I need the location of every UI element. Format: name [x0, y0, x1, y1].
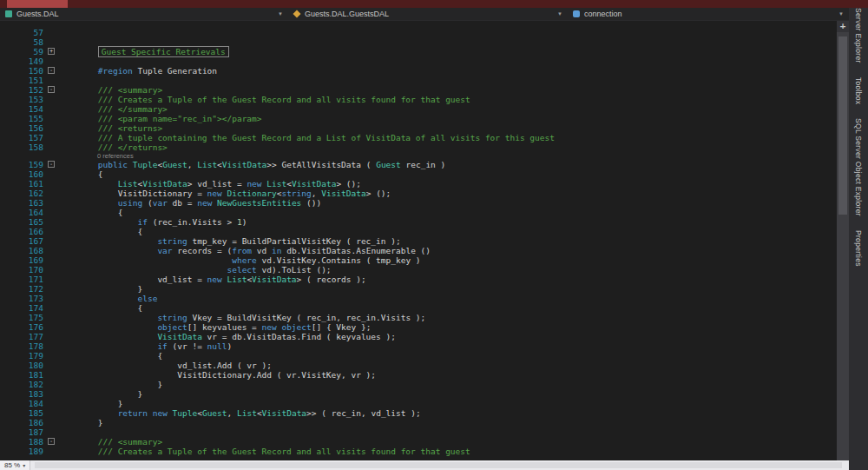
- line-number: 152: [0, 85, 46, 95]
- fold-marker[interactable]: -: [48, 86, 55, 93]
- code-text: VisitData vr = db.VisitDatas.Find ( keyv…: [58, 332, 396, 341]
- fold-spacer: [46, 303, 58, 313]
- hscrollbar-thumb[interactable]: [35, 462, 842, 468]
- code-line[interactable]: 165 if (rec_in.Visits > 1): [0, 217, 837, 227]
- code-text: Guest Specific Retrievals: [58, 47, 229, 56]
- code-line[interactable]: 173 else: [0, 294, 837, 303]
- code-line[interactable]: 177 VisitData vr = db.VisitDatas.Find ( …: [0, 332, 837, 341]
- code-line[interactable]: 154 /// </summary>: [0, 104, 837, 114]
- code-line[interactable]: 188- /// <summary>: [0, 437, 837, 447]
- code-line[interactable]: 169 where vd.VisitKey.Contains ( tmp_key…: [0, 255, 837, 265]
- tab-server-explorer[interactable]: Server Explorer: [854, 8, 863, 63]
- line-number: 158: [0, 142, 46, 152]
- member-dropdown-label: connection: [584, 10, 622, 18]
- code-line[interactable]: 151: [0, 76, 837, 85]
- code-line[interactable]: 187: [0, 427, 837, 437]
- project-dropdown[interactable]: Guests.DAL ▼: [0, 8, 288, 20]
- code-line[interactable]: 174 {: [0, 303, 837, 313]
- type-dropdown[interactable]: Guests.DAL.GuestsDAL ▼: [288, 8, 568, 20]
- tab-properties[interactable]: Properties: [854, 230, 863, 267]
- line-number: 155: [0, 114, 46, 123]
- line-number: 175: [0, 313, 46, 322]
- code-text: where vd.VisitKey.Contains ( tmp_key ): [58, 255, 421, 265]
- line-number: 170: [0, 265, 46, 275]
- code-line[interactable]: 179 {: [0, 351, 837, 361]
- codelens-references[interactable]: 0 references: [0, 152, 837, 160]
- code-line[interactable]: 153 /// Creates a Tuple of the Guest Rec…: [0, 95, 837, 104]
- code-line[interactable]: 150- #region Tuple Generation: [0, 66, 837, 76]
- fold-spacer: [46, 332, 58, 341]
- code-line[interactable]: 171 vd_list = new List<VisitData> ( reco…: [0, 275, 837, 284]
- code-line[interactable]: 164 {: [0, 208, 837, 217]
- fold-marker[interactable]: +: [48, 48, 55, 55]
- code-line[interactable]: 183 }: [0, 389, 837, 399]
- split-handle-icon[interactable]: +: [837, 21, 849, 32]
- line-number: 59: [0, 47, 46, 56]
- code-text: /// <param name="rec_in"></param>: [58, 114, 262, 123]
- code-line[interactable]: 166 {: [0, 227, 837, 236]
- code-text: if (rec_in.Visits > 1): [58, 217, 247, 227]
- navigation-bar: Guests.DAL ▼ Guests.DAL.GuestsDAL ▼ conn…: [0, 8, 849, 21]
- code-line[interactable]: 162 VisitDictionary = new Dictionary<str…: [0, 189, 837, 198]
- horizontal-scrollbar[interactable]: [30, 460, 849, 470]
- scrollbar-thumb[interactable]: [838, 36, 847, 215]
- line-number: 171: [0, 275, 46, 284]
- code-line[interactable]: 149: [0, 56, 837, 66]
- code-line[interactable]: 163 using (var db = new NewGuestsEntitie…: [0, 198, 837, 208]
- code-line[interactable]: 178 if (vr != null): [0, 341, 837, 351]
- code-line[interactable]: 168 var records = (from vd in db.VisitDa…: [0, 246, 837, 255]
- code-line[interactable]: 181 VisitDictionary.Add ( vr.VisitKey, v…: [0, 370, 837, 380]
- chevron-down-icon[interactable]: ▼: [838, 11, 844, 17]
- line-number: 178: [0, 341, 46, 351]
- member-icon: [573, 10, 580, 17]
- fold-marker[interactable]: -: [48, 161, 55, 168]
- code-line[interactable]: 159- public Tuple<Guest, List<VisitData>…: [0, 160, 837, 169]
- code-line[interactable]: 184 }: [0, 399, 837, 408]
- code-line[interactable]: 57: [0, 28, 837, 37]
- fold-marker[interactable]: -: [48, 438, 55, 445]
- code-line[interactable]: 186 }: [0, 418, 837, 427]
- code-line[interactable]: 176 object[] keyvalues = new object[] { …: [0, 322, 837, 332]
- code-line[interactable]: 155 /// <param name="rec_in"></param>: [0, 114, 837, 123]
- code-line[interactable]: 185 return new Tuple<Guest, List<VisitDa…: [0, 408, 837, 418]
- code-line[interactable]: 160 {: [0, 169, 837, 179]
- fold-spacer: [46, 389, 58, 399]
- code-line[interactable]: 170 select vd).ToList ();: [0, 265, 837, 275]
- code-text: var records = (from vd in db.VisitDatas.…: [58, 246, 431, 255]
- code-line[interactable]: 152- /// <summary>: [0, 85, 837, 95]
- line-number: 156: [0, 123, 46, 133]
- tab-toolbox[interactable]: Toolbox: [854, 77, 863, 104]
- fold-spacer: [46, 169, 58, 179]
- code-line[interactable]: 161 List<VisitData> vd_list = new List<V…: [0, 179, 837, 189]
- code-line[interactable]: 182 }: [0, 380, 837, 389]
- class-icon: [293, 10, 300, 17]
- code-line[interactable]: 167 string tmp_key = BuildPartialVisitKe…: [0, 236, 837, 246]
- zoom-control[interactable]: 85 % ▾: [0, 460, 30, 470]
- code-line[interactable]: 158 /// </returns>: [0, 142, 837, 152]
- document-tab[interactable]: [7, 0, 68, 8]
- fold-spacer: [46, 208, 58, 217]
- code-line[interactable]: 189 /// Creates a Tuple of the Guest Rec…: [0, 447, 837, 456]
- member-dropdown[interactable]: connection ▼: [568, 8, 849, 20]
- fold-marker[interactable]: -: [48, 67, 55, 74]
- code-line[interactable]: 175 string Vkey = BuildVisitKey ( rec_in…: [0, 313, 837, 322]
- line-number: 182: [0, 380, 46, 389]
- chevron-down-icon[interactable]: ▼: [557, 11, 562, 17]
- code-line[interactable]: 157 /// A tuple containing the Guest Rec…: [0, 133, 837, 142]
- fold-spacer: [46, 408, 58, 418]
- code-line[interactable]: 172 }: [0, 284, 837, 294]
- code-text: /// A tuple containing the Guest Record …: [58, 133, 555, 142]
- chevron-down-icon[interactable]: ▼: [278, 11, 283, 17]
- editor-column: Guests.DAL ▼ Guests.DAL.GuestsDAL ▼ conn…: [0, 8, 849, 470]
- fold-spacer: [46, 123, 58, 133]
- code-text: {: [58, 208, 122, 217]
- line-number: 173: [0, 294, 46, 303]
- code-line[interactable]: 156 /// <returns>: [0, 123, 837, 133]
- tab-sql-server-object-explorer[interactable]: SQL Server Object Explorer: [854, 118, 863, 216]
- fold-spacer: [46, 351, 58, 361]
- code-line[interactable]: 59+ Guest Specific Retrievals: [0, 47, 837, 56]
- line-number: 168: [0, 246, 46, 255]
- code-line[interactable]: 180 vd_list.Add ( vr );: [0, 361, 837, 370]
- code-area[interactable]: 575859+ Guest Specific Retrievals149150-…: [0, 21, 837, 460]
- vertical-scrollbar[interactable]: +: [837, 21, 849, 460]
